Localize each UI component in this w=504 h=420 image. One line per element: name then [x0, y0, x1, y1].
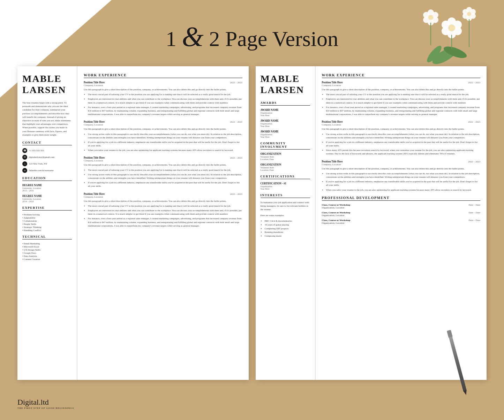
name-block-1: MABLE LARSEN [22, 73, 72, 96]
job-entry-1: Position Title Here 2022 – 2023 Company,… [84, 81, 242, 116]
job-bullets-4: The most crucial part of tailoring your … [84, 204, 242, 228]
job-entry-2-2: Position Title Here 2022 – 2023 Company,… [322, 120, 481, 155]
resume-page-1: MABLE LARSEN The best resumes begin with… [17, 66, 249, 380]
awards-section-title: AWARDS [261, 101, 310, 106]
last-name-2: LARSEN [261, 84, 310, 96]
logo-area: Digital.ltd THE FIRST STEP OF GOOD BEGIN… [17, 398, 74, 410]
pen-tip [463, 390, 468, 396]
contact-email: ✉ digitalstd.etsy@gmail.com [22, 155, 72, 160]
phone-icon: ☎ [22, 148, 27, 153]
resume-page-2: MABLE LARSEN AWARDS AWARD NAME Organizat… [256, 66, 487, 380]
last-name-1: LARSEN [22, 84, 72, 96]
job-title-row-4: Position Title Here 2022 – 2023 [84, 192, 242, 196]
main-content-2: WORK EXPERIENCE Position Title Here 2022… [315, 66, 487, 380]
technical-item-2: Microsoft Excel [22, 245, 72, 248]
technical-item-1: Email Marketing [22, 242, 72, 245]
work-exp-header-2: WORK EXPERIENCE [322, 73, 481, 78]
expertise-item-1: Problem Solving [22, 213, 72, 216]
summary-1: The best resumes begin with a strong pit… [22, 101, 72, 137]
prof-dev-item-2: Class, Course or Workshop Organization, … [322, 211, 481, 217]
community-section-title: COMMUNITY INVOLVMENT [261, 142, 310, 150]
prof-dev-header: PROFESSIONAL DEVELOPMENT [322, 196, 481, 201]
job-entry-4: Position Title Here 2022 – 2023 Company,… [84, 192, 242, 228]
expertise-item-2: Adaptability [22, 216, 72, 219]
first-name-2: MABLE [261, 73, 310, 84]
award-item-1: AWARD NAME Organization Year Here [261, 108, 310, 116]
job-entry-2-1: Position Title Here 2022 – 2023 Company,… [322, 81, 481, 116]
contact-linkedin: in linkedin.com/in/username [22, 168, 72, 173]
community-item-1: ORGANIZATION Volunteer Role Location, Da… [261, 152, 310, 160]
technical-section-title-1: TECHNICAL [22, 235, 72, 239]
contact-section-title-1: CONTACT [22, 141, 72, 145]
job-title-row-2: Position Title Here 2022 – 2023 [84, 120, 242, 123]
job-bullets-3: The most crucial part of tailoring your … [84, 168, 242, 188]
svg-point-23 [467, 12, 471, 16]
education-section-title-1: EDUCATION [22, 176, 72, 181]
main-content-1: WORK EXPERIENCE Position Title Here 2022… [77, 66, 249, 380]
award-item-3: AWARD NAME Organization Year Here [261, 130, 310, 138]
expertise-section-title-1: EXPERTISE [22, 206, 72, 211]
linkedin-icon: in [22, 168, 27, 173]
expertise-item-5: Strategic Thinking [22, 226, 72, 228]
job-entry-3: Position Title Here 2022 – 2023 Company,… [84, 156, 242, 188]
technical-item-4: Google Docs [22, 252, 72, 254]
edu-item-1: DEGREE NAME University, Location 2013 – … [22, 184, 72, 192]
logo-text: Digital.ltd [17, 398, 74, 407]
sidebar-1: MABLE LARSEN The best resumes begin with… [17, 66, 77, 380]
prof-dev-item-3: Class, Course or Workshop Organization, … [322, 219, 481, 224]
sidebar-2: MABLE LARSEN AWARDS AWARD NAME Organizat… [256, 66, 315, 380]
flower-decoration [399, 0, 490, 70]
technical-item-6: Content Creation [22, 258, 72, 260]
expertise-item-4: People Skills [22, 223, 72, 225]
job-entry-2: Position Title Here 2022 – 2023 Company,… [84, 120, 242, 152]
name-block-2: MABLE LARSEN [261, 73, 310, 96]
logo-tagline: THE FIRST STEP OF GOOD BEGINNINGS [17, 407, 74, 410]
job-bullets-2: Use strong action verbs in this paragrap… [84, 132, 242, 152]
expertise-item-3: Collaboration [22, 220, 72, 222]
expertise-item-6: Handling Conflict [22, 229, 72, 231]
email-icon: ✉ [22, 155, 27, 160]
contact-address: ⌂ 123 New York, NY [22, 161, 72, 166]
job-title-row-3: Position Title Here 2022 – 2023 [84, 156, 242, 159]
edu-item-2: DEGREE NAME University, Location 2014 – … [22, 194, 72, 203]
svg-point-16 [428, 15, 433, 20]
interests-list: BBC Click & documentaries 10 years of gu… [261, 219, 310, 238]
contact-phone: ☎ +1 555 555 555 [22, 148, 72, 153]
community-item-2: ORGANIZATION Volunteer Role Location, Da… [261, 163, 310, 171]
award-item-2: AWARD NAME Organization Year Here [261, 119, 310, 127]
job-title-row-1: Position Title Here 2022 – 2023 [84, 81, 242, 84]
interests-section-title: INTERESTS [261, 193, 310, 198]
technical-item-3: UX Design Skills [22, 249, 72, 251]
work-exp-header-1: WORK EXPERIENCE [84, 73, 242, 78]
cert-item-1: CERTIFICATION - #1 Organization Year Her… [261, 182, 310, 190]
prof-dev-item-1: Class, Course or Workshop Organization, … [322, 204, 481, 209]
certifications-section-title: CERTIFICATIONS [261, 175, 310, 179]
first-name-1: MABLE [22, 73, 72, 84]
svg-point-9 [448, 24, 455, 31]
location-icon: ⌂ [22, 161, 27, 166]
technical-item-5: Data Analysis [22, 255, 72, 257]
job-bullets-1: The most crucial part of tailoring your … [84, 93, 242, 116]
job-entry-2-3: Position Title Here 2022 – 2023 Company,… [322, 160, 481, 192]
pages-container: MABLE LARSEN The best resumes begin with… [17, 66, 487, 380]
